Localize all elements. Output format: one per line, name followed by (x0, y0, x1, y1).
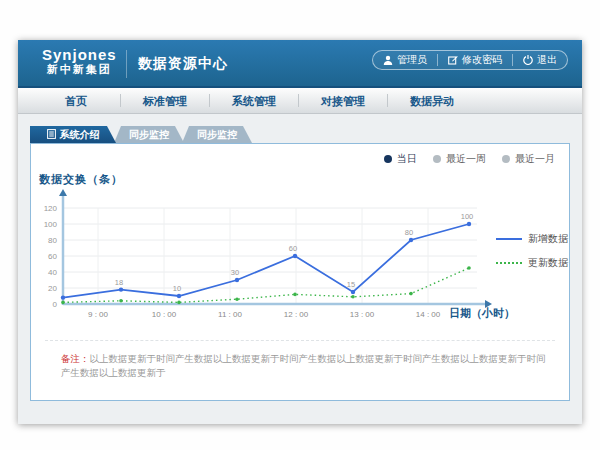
app-window: Synjones 新中新集团 数据资源中心 管理员 修改密码 (18, 40, 582, 424)
user-actions: 管理员 修改密码 退出 (372, 50, 568, 70)
svg-text:80: 80 (48, 236, 57, 245)
content-area: 系统介绍 同步监控 同步监控 当日 最近一周 (18, 114, 582, 424)
svg-text:100: 100 (461, 212, 474, 221)
chart-panel: 当日 最近一周 最近一月 数据交换（条） 0204060801001209 : … (30, 143, 570, 401)
app-header: Synjones 新中新集团 数据资源中心 管理员 修改密码 (18, 40, 582, 88)
radio-today[interactable]: 当日 (384, 152, 417, 166)
nav-item-data-change[interactable]: 数据异动 (388, 88, 476, 113)
logo-company-name: 新中新集团 (42, 63, 117, 76)
radio-dot-selected (384, 155, 392, 163)
radio-label: 当日 (397, 152, 417, 166)
dotted-line-swatch (496, 262, 522, 264)
main-nav: 首页 标准管理 系统管理 对接管理 数据异动 (18, 88, 582, 114)
document-icon (47, 129, 56, 141)
svg-text:12 : 00: 12 : 00 (284, 310, 309, 319)
admin-user-button[interactable]: 管理员 (373, 51, 437, 69)
chart-legend: 新增数据 更新数据 (496, 232, 568, 270)
tab-sync-monitor-1[interactable]: 同步监控 (114, 126, 184, 143)
change-password-label: 修改密码 (462, 53, 502, 67)
power-icon (523, 55, 533, 65)
user-icon (383, 55, 393, 65)
nav-item-interface-mgmt[interactable]: 对接管理 (299, 88, 387, 113)
admin-user-label: 管理员 (397, 53, 427, 67)
svg-text:13 : 00: 13 : 00 (350, 310, 375, 319)
svg-text:20: 20 (48, 284, 57, 293)
time-range-filter: 当日 最近一周 最近一月 (384, 152, 555, 166)
page-title: 数据资源中心 (138, 55, 228, 73)
radio-last-week[interactable]: 最近一周 (433, 152, 486, 166)
radio-last-month[interactable]: 最近一月 (502, 152, 555, 166)
nav-item-system-mgmt[interactable]: 系统管理 (210, 88, 298, 113)
company-logo: Synjones 新中新集团 (42, 47, 117, 76)
legend-item-update-data: 更新数据 (496, 256, 568, 270)
logout-label: 退出 (537, 53, 557, 67)
header-divider (126, 50, 127, 78)
svg-text:15: 15 (347, 280, 355, 289)
svg-text:100: 100 (44, 220, 58, 229)
radio-dot (502, 155, 510, 163)
svg-text:30: 30 (231, 268, 239, 277)
edit-icon (448, 55, 458, 65)
svg-text:0: 0 (53, 300, 58, 309)
line-chart: 0204060801001209 : 0010 : 0011 : 0012 : … (33, 188, 503, 328)
tab-label: 同步监控 (197, 128, 237, 142)
svg-text:80: 80 (405, 228, 413, 237)
footnote-text: 以上数据更新于时间产生数据以上数据更新于时间产生数据以上数据更新于时间产生数据以… (61, 353, 546, 378)
logo-brand-text: Synjones (42, 47, 117, 63)
svg-text:11 : 00: 11 : 00 (218, 310, 242, 319)
svg-text:60: 60 (48, 252, 57, 261)
logout-button[interactable]: 退出 (513, 51, 567, 69)
nav-item-standard-mgmt[interactable]: 标准管理 (121, 88, 209, 113)
legend-label: 新增数据 (528, 232, 568, 246)
svg-text:120: 120 (44, 204, 58, 213)
svg-text:60: 60 (289, 244, 297, 253)
svg-text:14 : 00: 14 : 00 (416, 310, 441, 319)
tab-system-intro[interactable]: 系统介绍 (30, 126, 116, 143)
tab-sync-monitor-2[interactable]: 同步监控 (182, 126, 252, 143)
svg-text:18: 18 (115, 278, 123, 287)
note-divider (45, 340, 555, 341)
change-password-button[interactable]: 修改密码 (438, 51, 512, 69)
svg-text:10 : 00: 10 : 00 (152, 310, 177, 319)
svg-text:9 : 00: 9 : 00 (88, 310, 109, 319)
solid-line-swatch (496, 238, 522, 240)
tab-bar: 系统介绍 同步监控 同步监控 (30, 126, 252, 143)
legend-item-new-data: 新增数据 (496, 232, 568, 246)
tab-label: 同步监控 (129, 128, 169, 142)
radio-label: 最近一周 (446, 152, 486, 166)
tab-label: 系统介绍 (60, 128, 100, 142)
x-axis-title: 日期（小时） (449, 306, 515, 321)
footnote: 备注：以上数据更新于时间产生数据以上数据更新于时间产生数据以上数据更新于时间产生… (61, 352, 553, 380)
radio-label: 最近一月 (515, 152, 555, 166)
y-axis-title: 数据交换（条） (39, 172, 123, 187)
footnote-prefix: 备注： (61, 353, 90, 364)
radio-dot (433, 155, 441, 163)
nav-item-home[interactable]: 首页 (32, 88, 120, 113)
svg-text:40: 40 (48, 268, 57, 277)
legend-label: 更新数据 (528, 256, 568, 270)
svg-text:10: 10 (173, 284, 181, 293)
